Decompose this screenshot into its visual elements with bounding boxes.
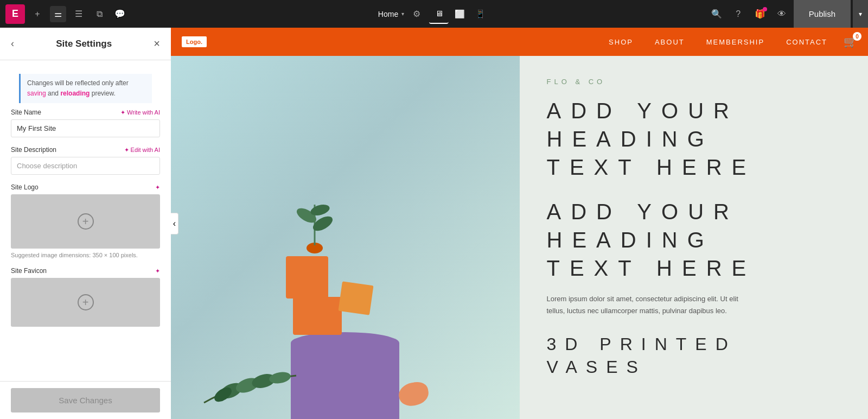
subheading-line1: 3D PRINTED (547, 334, 737, 354)
info-box: Changes will be reflected only after sav… (19, 74, 152, 103)
desktop-view-button[interactable]: 🖥 (429, 4, 449, 24)
subheading-line2: VASES (547, 357, 647, 377)
heading1-line3: TEXT HERE (547, 155, 756, 179)
info-text-before: Changes will be reflected only after (27, 79, 129, 87)
heading1-line2: HEADING (547, 127, 714, 151)
site-name-label-row: Site Name ✦ Write with AI (11, 109, 160, 116)
site-logo-ai-icon[interactable]: ✦ (155, 184, 160, 191)
sidebar-back-button[interactable]: ‹ (11, 38, 14, 49)
nav-link-about[interactable]: ABOUT (655, 38, 685, 46)
nav-link-shop[interactable]: SHOP (609, 38, 633, 46)
elementor-logo[interactable]: E (5, 4, 25, 24)
website-preview: Logo. SHOP ABOUT MEMBERSHIP CONTACT 🛒 0 (171, 28, 868, 419)
preview-icon[interactable]: 👁 (772, 4, 792, 24)
page-settings-gear[interactable]: ⚙ (413, 9, 420, 19)
gift-notification-badge (763, 7, 767, 11)
site-logo-upload-area[interactable]: + (11, 194, 160, 249)
device-buttons: 🖥 ⬜ 📱 (429, 4, 490, 24)
templates-icon[interactable]: ☰ (71, 6, 87, 22)
favicon-add-icon: + (78, 294, 94, 310)
tablet-view-button[interactable]: ⬜ (450, 4, 469, 24)
heading2-line3: TEXT HERE (547, 256, 756, 280)
orange-block-side (338, 281, 373, 315)
heading2-line2: HEADING (547, 228, 714, 252)
site-favicon-field-group: Site Favicon ✦ + (11, 267, 160, 327)
comments-icon[interactable]: 💬 (112, 6, 128, 22)
site-favicon-ai-icon[interactable]: ✦ (155, 268, 160, 275)
nav-link-membership[interactable]: MEMBERSHIP (706, 38, 764, 46)
sidebar-collapse-handle[interactable]: ‹ (171, 213, 178, 234)
site-name-field-group: Site Name ✦ Write with AI (11, 109, 160, 137)
info-saving-link[interactable]: saving (27, 90, 46, 97)
sidebar: ‹ Site Settings × Changes will be reflec… (0, 28, 171, 419)
sidebar-title: Site Settings (56, 39, 112, 49)
site-logo-field-group: Site Logo ✦ + Suggested image dimensions… (11, 183, 160, 258)
site-description-field-group: Site Description ✦ Edit with AI (11, 146, 160, 175)
top-bar-right: 🔍 ? 🎁 👁 Publish ▾ (707, 0, 868, 28)
nav-link-contact[interactable]: CONTACT (786, 38, 827, 46)
subheading: 3D PRINTED VASES (547, 333, 841, 378)
sidebar-form: Changes will be reflected only after sav… (0, 60, 171, 381)
layers-icon[interactable]: ⧉ (91, 6, 107, 22)
main-layout: ‹ Site Settings × Changes will be reflec… (0, 28, 868, 419)
top-bar-left: E + ⚌ ☰ ⧉ 💬 (5, 4, 128, 24)
top-bar: E + ⚌ ☰ ⧉ 💬 Home ▾ ⚙ 🖥 ⬜ 📱 🔍 ? 🎁 👁 Publi… (0, 0, 868, 28)
site-favicon-upload-area[interactable]: + (11, 278, 160, 327)
body-text: Lorem ipsum dolor sit amet, consectetur … (547, 293, 742, 317)
mobile-view-button[interactable]: 📱 (470, 4, 490, 24)
cart-icon[interactable]: 🛒 0 (844, 35, 857, 48)
ai-star-icon-2: ✦ (124, 147, 129, 154)
site-favicon-label-row: Site Favicon ✦ (11, 267, 160, 275)
brand-name: FLO & CO (547, 78, 841, 86)
collapse-arrow-icon: ‹ (173, 219, 176, 228)
add-button[interactable]: + (29, 6, 46, 22)
sidebar-close-button[interactable]: × (154, 37, 160, 50)
site-logo-label-row: Site Logo ✦ (11, 183, 160, 191)
sidebar-header: ‹ Site Settings × (0, 28, 171, 60)
page-name: Home (378, 10, 398, 18)
settings-panel-icon[interactable]: ⚌ (50, 6, 66, 22)
site-description-label: Site Description (11, 146, 56, 154)
write-with-ai-link[interactable]: ✦ Write with AI (120, 109, 160, 116)
heading1-line1: ADD YOUR (547, 99, 739, 123)
page-selector[interactable]: Home ▾ (378, 10, 404, 18)
page-dropdown-arrow: ▾ (401, 11, 404, 17)
gift-icon[interactable]: 🎁 (750, 4, 770, 24)
cart-badge: 0 (853, 32, 861, 41)
plant-svg (293, 194, 336, 259)
help-icon[interactable]: ? (729, 4, 748, 24)
site-logo-label: Site Logo (11, 183, 39, 191)
site-name-label: Site Name (11, 109, 41, 116)
publish-button[interactable]: Publish (794, 0, 851, 28)
info-middle: and (46, 90, 61, 97)
save-changes-button[interactable]: Save Changes (11, 388, 160, 412)
publish-dropdown-button[interactable]: ▾ (853, 0, 868, 28)
site-favicon-label: Site Favicon (11, 267, 47, 275)
orange-block-top (286, 256, 328, 299)
info-reloading-text: reloading (60, 90, 90, 97)
nav-links: SHOP ABOUT MEMBERSHIP CONTACT (609, 38, 827, 46)
save-bar: Save Changes (0, 381, 171, 419)
orange-rock (397, 380, 430, 408)
canvas-area: Logo. SHOP ABOUT MEMBERSHIP CONTACT 🛒 0 (171, 28, 868, 419)
search-icon[interactable]: 🔍 (707, 4, 726, 24)
leaf-branch-svg (199, 365, 307, 408)
site-description-label-row: Site Description ✦ Edit with AI (11, 146, 160, 154)
website-logo: Logo. (182, 36, 207, 47)
write-ai-label: Write with AI (127, 109, 160, 116)
edit-ai-label: Edit with AI (131, 147, 160, 153)
logo-hint-text: Suggested image dimensions: 350 × 100 pi… (11, 252, 160, 258)
top-bar-center: Home ▾ ⚙ 🖥 ⬜ 📱 (378, 4, 490, 24)
heading-1: ADD YOUR HEADING TEXT HERE (547, 97, 841, 181)
edit-with-ai-link[interactable]: ✦ Edit with AI (124, 147, 160, 154)
site-name-input[interactable] (11, 119, 160, 137)
website-navbar: Logo. SHOP ABOUT MEMBERSHIP CONTACT 🛒 0 (171, 28, 868, 56)
hero-text-section: FLO & CO ADD YOUR HEADING TEXT HERE ADD … (520, 56, 869, 419)
plant-scene (171, 56, 520, 419)
heading-2: ADD YOUR HEADING TEXT HERE (547, 198, 841, 282)
site-description-input[interactable] (11, 157, 160, 175)
heading2-line1: ADD YOUR (547, 200, 739, 224)
logo-add-icon: + (78, 213, 94, 230)
info-after: preview. (90, 90, 115, 97)
ai-star-icon: ✦ (120, 109, 125, 116)
